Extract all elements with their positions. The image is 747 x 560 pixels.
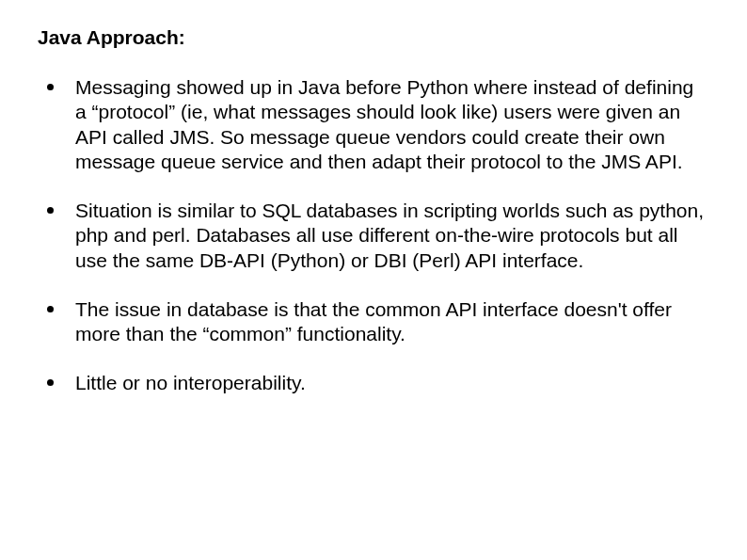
page-title: Java Approach: (38, 26, 709, 49)
slide: Java Approach: Messaging showed up in Ja… (0, 0, 747, 560)
list-item: Messaging showed up in Java before Pytho… (45, 75, 709, 174)
list-item: Situation is similar to SQL databases in… (45, 199, 709, 273)
list-item: Little or no interoperability. (45, 371, 709, 395)
bullet-list: Messaging showed up in Java before Pytho… (38, 75, 709, 396)
list-item: The issue in database is that the common… (45, 297, 709, 347)
